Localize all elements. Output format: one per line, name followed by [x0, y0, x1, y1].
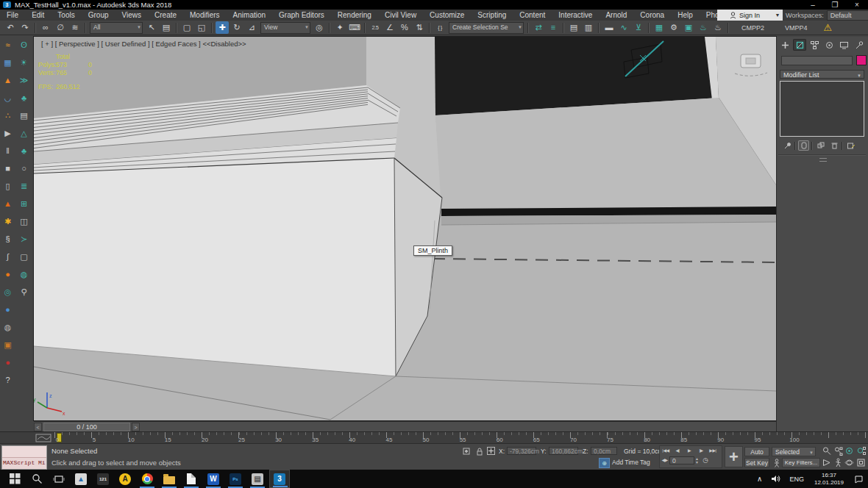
render-production-button[interactable]: ♨	[697, 21, 710, 34]
maximize-viewport-toggle[interactable]	[855, 457, 867, 468]
select-and-move-button[interactable]: ✚	[216, 21, 229, 34]
phoenixfd-warning-icon[interactable]: ⚠	[824, 21, 833, 34]
close-button[interactable]: ×	[846, 0, 868, 10]
menu-edit[interactable]: Edit	[25, 10, 51, 21]
help-tool-icon[interactable]: ?	[1, 374, 14, 387]
scene-explorer-button[interactable]: ▤	[567, 21, 580, 34]
zoom-tool[interactable]	[821, 445, 832, 456]
menu-corona[interactable]: Corona	[633, 10, 671, 21]
timeline-ruler[interactable]: 0510152025303540455055606570758085909510…	[54, 432, 868, 444]
phoenix-particles-icon[interactable]: ∴	[1, 110, 14, 122]
named-selection-dropdown[interactable]: Create Selection Se▼	[449, 22, 524, 34]
media-player-icon[interactable]: 121	[93, 470, 113, 488]
search-button[interactable]	[26, 470, 47, 488]
angle-snap-button[interactable]: ∠	[383, 21, 396, 34]
redo-button[interactable]: ↷	[18, 21, 32, 34]
go-to-end-button[interactable]: ▶▶|	[707, 446, 719, 456]
time-slider[interactable]: 0 / 100	[43, 423, 130, 431]
clock[interactable]: 16:37 12.01.2019	[814, 472, 844, 487]
material-editor-button[interactable]: ▦	[652, 21, 666, 34]
reference-coordinate-dropdown[interactable]: View▼	[260, 22, 310, 34]
set-keys-big-button[interactable]: +	[725, 446, 743, 467]
action-center-icon[interactable]	[854, 475, 864, 484]
tree-icon[interactable]: ♣	[18, 145, 30, 157]
motion-tab[interactable]	[822, 39, 836, 51]
menu-scripting[interactable]: Scripting	[471, 10, 513, 21]
menu-views[interactable]: Views	[115, 10, 149, 21]
phoenix-water-sim-icon[interactable]: ▦	[1, 57, 14, 69]
bird-add-icon[interactable]: ≻	[18, 233, 30, 245]
teapot2-icon[interactable]: ◍	[18, 268, 30, 281]
menu-file[interactable]: File	[0, 10, 25, 21]
menu-rendering[interactable]: Rendering	[331, 10, 378, 21]
previous-frame-button[interactable]: ◀|	[672, 446, 683, 456]
box-tool-icon[interactable]: ▣	[1, 339, 14, 351]
fire-preset-icon[interactable]: ▲	[1, 198, 14, 210]
chrome-icon[interactable]	[137, 470, 157, 488]
document-app-icon[interactable]	[181, 470, 202, 488]
phoenix-fire-sim-icon[interactable]: ≈	[1, 39, 14, 51]
unlink-selection-button[interactable]: ∅	[54, 21, 67, 34]
render-setup-button[interactable]: ⚙	[667, 21, 680, 34]
window-icon[interactable]: ▢	[18, 251, 30, 263]
schematic-view-button[interactable]: ⊻	[632, 21, 645, 34]
configure-modifier-sets-button[interactable]	[845, 140, 856, 151]
isolate-selection-toggle[interactable]	[460, 446, 472, 456]
go-to-start-button[interactable]: |◀◀	[660, 446, 672, 456]
use-pivot-center-button[interactable]: ◎	[313, 21, 326, 34]
trees-icon[interactable]: ♣	[18, 92, 30, 104]
display-tab[interactable]	[837, 39, 850, 51]
set-key-button[interactable]: Set Key	[744, 458, 769, 467]
sim-delete-button[interactable]: ▯	[1, 180, 14, 193]
utilities-tab[interactable]	[852, 39, 865, 51]
curve-editor-button[interactable]: ∿	[617, 21, 630, 34]
bulb-icon[interactable]: ʘ	[18, 39, 30, 51]
minimize-button[interactable]: –	[802, 0, 824, 10]
zoom-all-tool[interactable]	[833, 445, 844, 456]
hidden-icons-chevron[interactable]: ∧	[757, 475, 762, 483]
pin-stack-button[interactable]	[781, 140, 792, 151]
modifier-list-dropdown[interactable]: Modifier List▼	[780, 70, 864, 79]
key-filters-button[interactable]: Key Filters...	[782, 458, 820, 467]
field-of-view-tool[interactable]	[821, 457, 832, 468]
object-name-field[interactable]	[781, 56, 853, 65]
select-and-manipulate-button[interactable]: ✦	[333, 21, 346, 34]
percent-snap-button[interactable]: %	[398, 21, 411, 34]
key-filter-person-icon[interactable]	[771, 458, 782, 467]
rendered-frame-button[interactable]: ▣	[682, 21, 695, 34]
photos-app-icon[interactable]: ▲	[71, 470, 91, 488]
modifier-stack[interactable]	[780, 81, 864, 137]
previous-frame-arrow[interactable]: <	[34, 423, 42, 431]
book-icon[interactable]: ▤	[18, 110, 30, 122]
word-icon[interactable]: W	[203, 470, 224, 488]
next-frame-button[interactable]: |▶	[695, 446, 707, 456]
maxscript-input-line[interactable]	[2, 446, 46, 458]
grid-plus-icon[interactable]: ⊞	[18, 198, 30, 210]
menu-group[interactable]: Group	[82, 10, 115, 21]
select-object-button[interactable]: ↖	[145, 21, 158, 34]
sign-in-dropdown-arrow[interactable]: ▼	[772, 10, 783, 21]
bind-to-space-warp-button[interactable]: ≋	[68, 21, 82, 34]
drop-preset-icon[interactable]: ●	[1, 268, 14, 281]
window-crossing-button[interactable]: ◱	[195, 21, 208, 34]
smoke-preset-icon[interactable]: §	[1, 233, 14, 245]
phoenix-ocean-icon[interactable]: ◡	[1, 92, 14, 104]
ring-icon[interactable]: ○	[18, 162, 30, 175]
menu-animation[interactable]: Animation	[227, 10, 272, 21]
undo-button[interactable]: ↶	[4, 21, 17, 34]
ribbon-toggle-button[interactable]: ▬	[602, 21, 616, 34]
menu-help[interactable]: Help	[671, 10, 700, 21]
render-iterative-button[interactable]: ♨	[711, 21, 725, 34]
sim-play-button[interactable]: ▶	[1, 127, 14, 140]
mountain-icon[interactable]: △	[18, 127, 30, 140]
lamp-icon[interactable]: ⚲	[18, 286, 30, 298]
workspace-dropdown[interactable]: Default▼	[827, 10, 868, 21]
volume-icon[interactable]	[771, 475, 780, 483]
sim-stop-button[interactable]: ■	[1, 162, 14, 175]
task-view-button[interactable]	[49, 470, 69, 488]
3ds-max-taskbar-icon[interactable]: 3	[269, 470, 290, 488]
next-frame-arrow[interactable]: >	[132, 423, 140, 431]
select-by-name-button[interactable]: ▤	[160, 21, 173, 34]
panel-scroll-handle[interactable]	[819, 158, 827, 162]
play-button[interactable]: ▶	[683, 446, 695, 456]
